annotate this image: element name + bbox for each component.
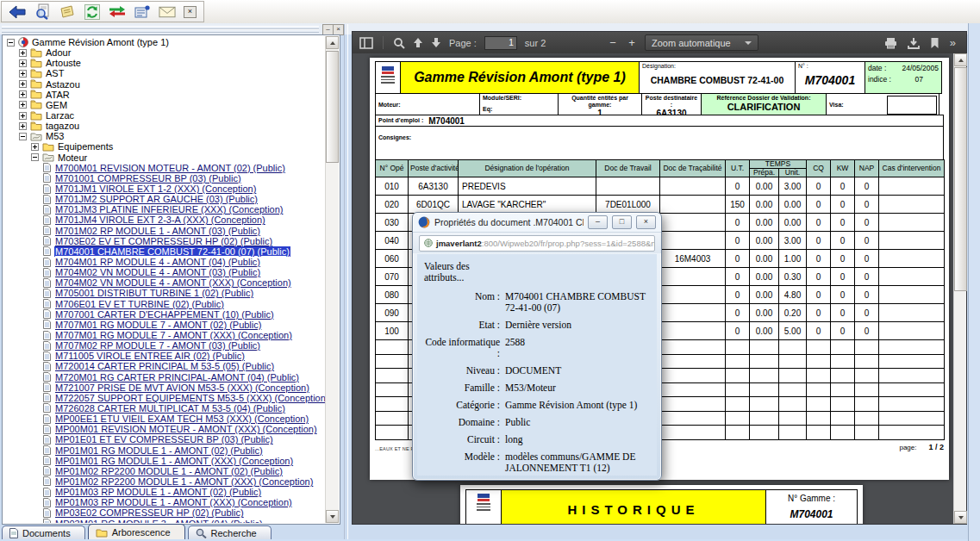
tree-document-item[interactable]: M701JM3 PLATINE INFERIEURE (XXX) (Concep… [4,204,325,215]
document-link[interactable]: M706E01 EV ET TURBINE (02) (Public) [54,299,225,309]
tree-document-item[interactable]: M706E01 EV ET TURBINE (02) (Public) [4,299,325,309]
tree-document-item[interactable]: M705001 DISTRIBUT TURBINE 1 (02) (Public… [4,288,325,298]
zoom-in-icon[interactable]: + [626,36,638,49]
tree-folder[interactable]: ATAR [4,90,325,100]
document-link[interactable]: M704001 CHAMBRE COMBUST 72-41-00 (07) (P… [54,246,290,257]
document-link[interactable]: MP01M02 RP2200 MODULE 1 - AMONT (XXX) (C… [54,476,314,487]
document-link[interactable]: M720M01 RG CARTER PRINCIPAL-AMONT (04) (… [54,372,300,382]
tab-recherche[interactable]: Recherche [188,525,272,540]
tree-document-item[interactable]: M700M01 REVISION MOTEUR - AMONT (02) (Pu… [4,163,325,173]
pdf-scrollbar[interactable] [953,53,966,524]
expand-icon[interactable] [19,90,27,98]
document-link[interactable]: M704M02 VN MODULE 4 - AMONT (XXX) (Conce… [54,277,292,288]
expand-icon[interactable] [19,70,27,78]
expand-icon[interactable] [19,49,27,57]
expand-icon[interactable] [19,101,27,109]
find-icon[interactable] [393,37,405,49]
document-link[interactable]: M720014 CARTER PRINCIPAL M 53-5 (05) (Pu… [54,361,275,371]
tree-document-item[interactable]: M701JM2 SUPPORT AR GAUCHE (03) (Public) [4,194,325,204]
tree-document-item[interactable]: M704M02 VN MODULE 4 - AMONT (XXX) (Conce… [4,277,325,288]
tree-folder-equipements[interactable]: Equipements [4,141,325,152]
send-note-icon[interactable] [59,3,76,21]
tree-document-item[interactable]: MP00EE1 ETU VIEIL EXAM TECH M53 (XXX) (C… [4,414,325,424]
tree-document-item[interactable]: M720M01 RG CARTER PRINCIPAL-AMONT (04) (… [4,372,325,382]
document-link[interactable]: M704M01 RP MODULE 4 - AMONT (04) (Public… [54,257,261,267]
maximize-button[interactable]: □ [612,215,632,229]
expand-icon[interactable] [19,59,27,67]
expand-icon[interactable] [31,143,39,151]
tree-document-item[interactable]: M707M02 RP MODULE 7 - AMONT (03) (Public… [4,340,325,351]
tree-folder[interactable]: AST [4,68,325,78]
document-link[interactable]: M726028 CARTER MULTIPLICAT M 53-5 (04) (… [54,403,286,414]
tree-document-item[interactable]: M701JM1 VIROLE EXT 1-2 (XXX) (Conception… [4,183,325,194]
document-link[interactable]: MP01M03 RP MODULE 1 - AMONT (02) (Public… [54,487,262,497]
tree-document-item[interactable]: M707M01 RG MODULE 7 - AMONT (02) (Public… [4,320,325,330]
collapse-icon[interactable] [31,153,39,161]
transfer-icon[interactable] [109,3,126,21]
toolbar-close-icon[interactable]: × [184,6,197,18]
document-link[interactable]: M722057 SUPPORT EQUIPEMENTS M53-5 (XXX) … [54,393,325,403]
document-link[interactable]: M704M02 VN MODULE 4 - AMONT (03) (Public… [54,267,261,277]
document-link[interactable]: M700M01 REVISION MOTEUR - AMONT (02) (Pu… [54,163,286,173]
tree-document-item[interactable]: M704001 CHAMBRE COMBUST 72-41-00 (07) (P… [4,246,325,257]
document-link[interactable]: M703E02 EV ET COMPRESSEUR HP (02) (Publi… [54,236,273,246]
tree-document-item[interactable]: MP01E01 ET EV COMPRESSEUR BP (03) (Publi… [4,434,325,445]
document-link[interactable]: M701M02 RP MODULE 1 - AMONT (03) (Public… [54,226,261,236]
minimize-button[interactable]: – [588,215,608,229]
document-link[interactable]: M705001 DISTRIBUT TURBINE 1 (02) (Public… [54,288,254,298]
expand-icon[interactable] [19,122,27,130]
document-link[interactable]: M701JM2 SUPPORT AR GAUCHE (03) (Public) [54,194,259,204]
tree-folder[interactable]: Artouste [4,58,325,68]
tree-document-item[interactable]: M701JM4 VIROLE EXT 2-3-A (XXX) (Concepti… [4,215,325,225]
popup-titlebar[interactable]: Propriétés du document .M704001 CHAMBRE … [413,213,661,232]
tree-document-item[interactable]: M701001 COMPRESSEUR BP (03) (Public) [4,173,325,183]
tree-document-item[interactable]: MP01M02 RP2200 MODULE 1 - AMONT (02) (Pu… [4,466,325,476]
document-link[interactable]: MP03E02 COMPRESSEUR HP (02) (Public) [54,507,245,518]
tree-document-item[interactable]: MP01M03 RP MODULE 1 - AMONT (02) (Public… [4,487,325,497]
dock-gripper[interactable] [2,29,319,33]
document-link[interactable]: M707M01 RG MODULE 7 - AMONT (02) (Public… [54,320,262,330]
previous-page-icon[interactable] [413,37,423,48]
tree-document-item[interactable]: M703E02 EV ET COMPRESSEUR HP (02) (Publi… [4,236,325,246]
tree-scrollbar[interactable] [325,36,339,523]
next-page-icon[interactable] [431,37,441,48]
tab-arborescence[interactable]: Arborescence [88,524,185,540]
scroll-down-icon[interactable] [954,511,967,524]
tree-document-item[interactable]: M711005 VIROLE ENTREE AIR (02) (Public) [4,351,325,361]
tree-document-item[interactable]: M707M01 RG MODULE 7 - AMONT (XXX) (Conce… [4,330,325,340]
sidebar-toggle-icon[interactable] [359,37,373,49]
tree-folder-m53[interactable]: M53 [4,131,325,141]
download-icon[interactable] [908,37,920,49]
tree-document-item[interactable]: MP01M03 RP MODULE 1 - AMONT (XXX) (Conce… [4,497,325,507]
tab-documents[interactable]: Documents [2,525,85,540]
collapse-icon[interactable] [19,133,27,140]
tree-folder[interactable]: tagazou [4,121,325,131]
print-icon[interactable] [884,37,897,49]
expand-icon[interactable] [19,112,27,120]
tree-document-item[interactable]: M704M02 VN MODULE 4 - AMONT (03) (Public… [4,267,325,277]
tree-folder[interactable]: Larzac [4,110,325,121]
mail-icon[interactable] [159,3,176,21]
properties-form-icon[interactable] [134,3,151,21]
zoom-out-icon[interactable]: − [607,36,619,49]
tree-document-item[interactable]: M726028 CARTER MULTIPLICAT M 53-5 (04) (… [4,403,325,414]
tree-folder-moteur[interactable]: Moteur [4,152,325,163]
collapse-icon[interactable] [7,39,15,47]
tree-document-item[interactable]: M707001 CARTER D'ECHAPPEMENT (10) (Publi… [4,309,325,320]
tree-folder[interactable]: Adour [4,47,325,58]
document-link[interactable]: MP00M01 REVISION MOTEUR - AMONT (XXX) (C… [54,424,318,434]
expand-icon[interactable] [19,80,27,88]
document-link[interactable]: M721007 PRISE DE MVT AVION M53-5 (XXX) (… [54,382,310,393]
document-link[interactable]: M707001 CARTER D'ECHAPPEMENT (10) (Publi… [54,309,275,320]
tree-document-item[interactable]: M722057 SUPPORT EQUIPEMENTS M53-5 (XXX) … [4,393,325,403]
tree-document-item[interactable]: MP03E02 COMPRESSEUR HP (02) (Public) [4,507,325,518]
scroll-up-icon[interactable] [326,36,339,49]
document-link[interactable]: MP01M01 RG MODULE 1 - AMONT (02) (Public… [54,445,264,456]
scrollbar-thumb[interactable] [326,51,339,163]
more-tools-icon[interactable]: » [950,36,956,49]
tree-document-item[interactable]: M720014 CARTER PRINCIPAL M 53-5 (05) (Pu… [4,361,325,371]
tree-folder[interactable]: Astazou [4,79,325,90]
document-link[interactable]: M711005 VIROLE ENTREE AIR (02) (Public) [54,351,246,361]
panel-splitter[interactable] [344,24,348,539]
search-document-icon[interactable] [34,3,51,21]
